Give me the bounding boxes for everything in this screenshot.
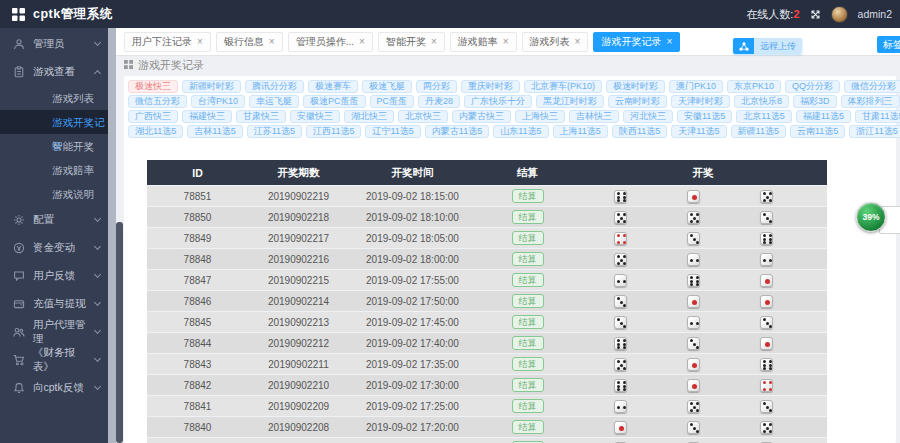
monitor-percent-badge[interactable]: 39% (856, 202, 886, 232)
tab[interactable]: 游戏列表× (522, 32, 589, 52)
game-tag[interactable]: 甘肃快三 (236, 110, 286, 123)
game-tag[interactable]: 陕西11选5 (612, 125, 667, 138)
sidebar-item[interactable]: 充值与提现 (0, 290, 108, 318)
game-tag[interactable]: 江苏11选5 (247, 125, 302, 138)
game-tag[interactable]: 北京快三 (398, 110, 448, 123)
tab[interactable]: 银行信息× (216, 32, 283, 52)
settle-button[interactable]: 结算 (512, 399, 544, 413)
game-tag[interactable]: 吉林11选5 (187, 125, 242, 138)
game-tag[interactable]: 新疆时时彩 (182, 80, 241, 93)
game-tag[interactable]: 极速时时彩 (606, 80, 665, 93)
game-tag[interactable]: 广东快乐十分 (464, 95, 532, 108)
game-tag[interactable]: 天津11选5 (671, 125, 726, 138)
game-tag[interactable]: 内蒙古11选5 (425, 125, 489, 138)
game-tag[interactable]: 澳门PK10 (669, 80, 723, 93)
tab-close-icon[interactable]: × (666, 36, 672, 47)
game-tag[interactable]: 福彩3D (793, 95, 837, 108)
sidebar-subitem[interactable]: 游戏赔率 (0, 158, 108, 182)
tab-close-icon[interactable]: × (431, 36, 437, 47)
settle-button[interactable]: 结算 (512, 315, 544, 329)
sidebar-item[interactable]: 用户反馈 (0, 262, 108, 290)
remote-upload-button[interactable]: 远程上传 (733, 38, 802, 54)
sidebar-item[interactable]: 配置 (0, 206, 108, 234)
sidebar-subitem[interactable]: 游戏说明 (0, 182, 108, 206)
game-tag[interactable]: 河北快三 (623, 110, 673, 123)
game-tag[interactable]: 北京赛车(PK10) (524, 80, 602, 93)
settle-button[interactable]: 结算 (512, 189, 544, 203)
game-tag[interactable]: PC蛋蛋 (370, 95, 415, 108)
settle-button[interactable]: 结算 (512, 378, 544, 392)
game-tag[interactable]: 福建11选5 (796, 110, 851, 123)
tab[interactable]: 用户下注记录× (124, 32, 211, 52)
game-tag[interactable]: 腾讯分分彩 (245, 80, 304, 93)
sidebar-scrollbar[interactable] (108, 28, 116, 443)
sidebar-subitem[interactable]: 游戏列表 (0, 86, 108, 110)
game-tag[interactable]: 安徽11选5 (677, 110, 732, 123)
sidebar-item[interactable]: 向cptk反馈 (0, 374, 108, 402)
settle-button[interactable]: 结算 (512, 231, 544, 245)
game-tag[interactable]: 北京11选5 (736, 110, 791, 123)
tab-close-icon[interactable]: × (197, 36, 203, 47)
game-tag[interactable]: QQ分分彩 (785, 80, 840, 93)
settle-button[interactable]: 结算 (512, 357, 544, 371)
sidebar-item[interactable]: 游戏查看 (0, 58, 108, 86)
game-tag[interactable]: 黑龙江时时彩 (536, 95, 604, 108)
game-tag[interactable]: 新疆11选5 (731, 125, 786, 138)
tab[interactable]: 游戏赔率× (450, 32, 517, 52)
game-tag[interactable]: 天津时时彩 (671, 95, 730, 108)
game-tag[interactable]: 内蒙古快三 (452, 110, 511, 123)
game-tag[interactable]: 湖北快三 (344, 110, 394, 123)
settle-button[interactable]: 结算 (512, 336, 544, 350)
game-tag[interactable]: 重庆时时彩 (461, 80, 520, 93)
game-tag[interactable]: 极速赛车 (308, 80, 358, 93)
game-tag[interactable]: 福建快三 (182, 110, 232, 123)
settle-button[interactable]: 结算 (512, 252, 544, 266)
game-tag[interactable]: 江西11选5 (306, 125, 361, 138)
settle-button[interactable]: 结算 (512, 294, 544, 308)
sidebar-subitem[interactable]: 游戏开奖记录 (0, 110, 108, 134)
game-tag[interactable]: 安徽快三 (290, 110, 340, 123)
game-tag[interactable]: 上海11选5 (553, 125, 608, 138)
sidebar-item[interactable]: 《财务报表》 (0, 346, 108, 374)
game-tag[interactable]: 广西快三 (128, 110, 178, 123)
sidebar-item[interactable]: 用户代理管理 (0, 318, 108, 346)
game-tag[interactable]: 辽宁11选5 (365, 125, 420, 138)
game-tag[interactable]: 极速快三 (128, 80, 178, 93)
settle-button[interactable]: 结算 (512, 420, 544, 434)
tab-close-icon[interactable]: × (503, 36, 509, 47)
tab-close-icon[interactable]: × (359, 36, 365, 47)
game-tag[interactable]: 甘肃11选5 (855, 110, 900, 123)
game-tag[interactable]: 湖北11选5 (128, 125, 183, 138)
content-scrollbar-thumb[interactable] (116, 222, 123, 443)
tab-options-button[interactable]: 标签 (877, 36, 900, 53)
game-tag[interactable]: 浙江11选5 (849, 125, 900, 138)
game-tag[interactable]: 幸运飞艇 (249, 95, 299, 108)
game-tag[interactable]: 上海快三 (515, 110, 565, 123)
username[interactable]: admin2 (858, 8, 892, 20)
tab[interactable]: 游戏开奖记录× (593, 32, 680, 52)
game-tag[interactable]: 两分彩 (416, 80, 457, 93)
game-tag[interactable]: 极速飞艇 (362, 80, 412, 93)
tab-close-icon[interactable]: × (575, 36, 581, 47)
sidebar-item[interactable]: 资金变动 (0, 234, 108, 262)
game-tag[interactable]: 东京PK10 (727, 80, 781, 93)
game-tag[interactable]: 云南时时彩 (608, 95, 667, 108)
settle-button[interactable]: 结算 (512, 210, 544, 224)
game-tag[interactable]: 云南11选5 (790, 125, 845, 138)
game-tag[interactable]: 山东11选5 (493, 125, 548, 138)
game-tag[interactable]: 吉林快三 (569, 110, 619, 123)
game-tag[interactable]: 微信分分彩 (844, 80, 900, 93)
settle-button[interactable]: 结算 (512, 273, 544, 287)
tab-close-icon[interactable]: × (269, 36, 275, 47)
fullscreen-icon[interactable] (810, 9, 821, 20)
game-tag[interactable]: 极速PC蛋蛋 (303, 95, 366, 108)
game-tag[interactable]: 台湾PK10 (191, 95, 245, 108)
sidebar-item[interactable]: 管理员 (0, 30, 108, 58)
avatar[interactable] (831, 6, 848, 23)
sidebar-subitem[interactable]: 智能开奖 (0, 134, 108, 158)
game-tag[interactable]: 丹麦28 (418, 95, 460, 108)
game-tag[interactable]: 微信五分彩 (128, 95, 187, 108)
game-tag[interactable]: 体彩排列三 (841, 95, 900, 108)
game-tag[interactable]: 北京快乐8 (734, 95, 789, 108)
tab[interactable]: 管理员操作...× (288, 32, 373, 52)
